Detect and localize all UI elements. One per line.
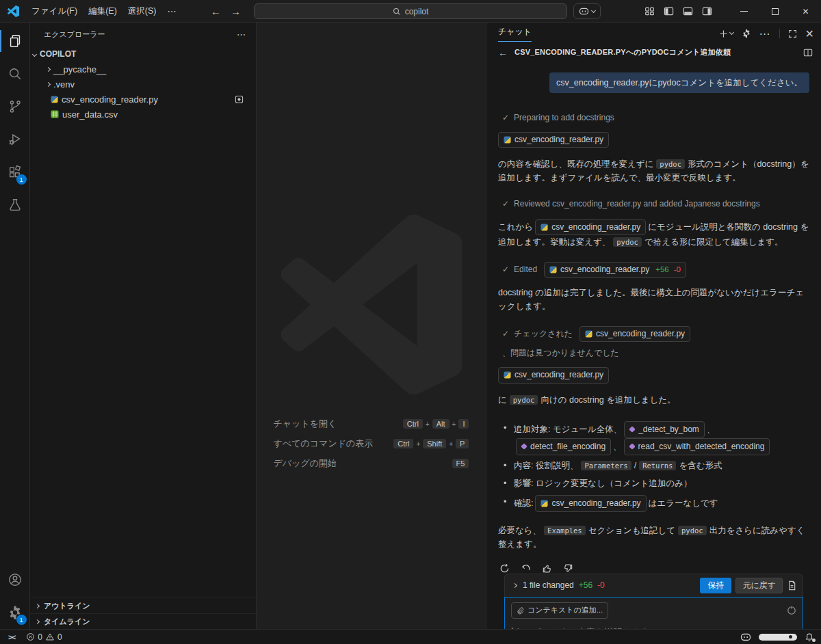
assistant-paragraph: にpydoc向けの docstring を追加しました。 <box>498 393 809 407</box>
usage-quota-icon[interactable] <box>787 606 796 615</box>
account-icon[interactable] <box>0 563 30 596</box>
new-chat-icon[interactable] <box>719 29 733 38</box>
assistant-paragraph: docstring の追加は完了しました。最後に構文上の問題がないかだけエラーチ… <box>498 286 809 313</box>
extensions-icon[interactable]: 1 <box>0 156 30 189</box>
problems-indicator[interactable]: 0 0 <box>22 632 66 642</box>
search-sidebar-icon[interactable] <box>0 57 30 90</box>
file-chip-with-diff[interactable]: csv_encoding_reader.py +56 -0 <box>544 262 686 278</box>
quota-progress-pill[interactable] <box>759 634 797 641</box>
key-chip: I <box>458 419 469 429</box>
assistant-paragraph: 必要なら、Examplesセクションも追記してpydoc出力をさらに読みやすく整… <box>498 524 809 551</box>
activity-bar: 1 1 <box>0 23 30 629</box>
csv-file-icon <box>51 110 59 118</box>
outline-panel-header[interactable]: アウトライン <box>30 598 256 613</box>
step-preparing: ✓ Preparing to add docstrings <box>502 111 809 124</box>
chat-back-icon[interactable]: ← <box>498 47 508 58</box>
undo-icon[interactable] <box>521 563 531 574</box>
rerun-icon[interactable] <box>499 563 510 574</box>
response-actions <box>499 563 809 574</box>
inline-code: pydoc <box>613 237 642 247</box>
explorer-icon[interactable] <box>0 25 30 57</box>
menu-file[interactable]: ファイル(F) <box>26 3 83 19</box>
editor-area: チャットを開く Ctrl+Alt+I すべてのコマンドの表示 Ctrl+Shif… <box>257 23 486 629</box>
toggle-panel-icon[interactable] <box>683 6 693 16</box>
user-message-bubble: csv_encoding_reader.pyにpydocコメントを追加してくださ… <box>549 72 809 93</box>
inline-code: Returns <box>639 461 676 470</box>
file-chip[interactable]: csv_encoding_reader.py <box>579 326 690 342</box>
close-window-button[interactable]: ✕ <box>790 0 821 23</box>
chat-settings-gear-icon[interactable] <box>742 29 751 38</box>
menu-selection[interactable]: 選択(S) <box>122 3 162 19</box>
thumbs-down-icon[interactable] <box>563 563 573 574</box>
maximize-button[interactable] <box>759 0 790 23</box>
inline-code: pydoc <box>678 526 707 535</box>
timeline-panel-header[interactable]: タイムライン <box>30 613 256 629</box>
tree-file-csv[interactable]: user_data.csv <box>30 107 256 122</box>
method-symbol-icon <box>629 443 636 450</box>
chevron-right-icon <box>46 81 51 86</box>
search-icon <box>393 8 401 16</box>
menu-overflow[interactable]: ⋯ <box>161 4 182 18</box>
function-chip[interactable]: read_csv_with_detected_encoding <box>624 438 770 455</box>
chat-input-field[interactable]: 次にビルドする内容を説明します <box>512 626 796 629</box>
copilot-status-icon[interactable] <box>740 632 751 642</box>
chat-tab[interactable]: チャット <box>498 26 532 42</box>
keep-button[interactable]: 保持 <box>700 578 731 593</box>
summary-bullet-list: 追加対象: モジュール全体、_detect_by_bom、detect_file… <box>504 418 809 516</box>
close-panel-icon[interactable]: ✕ <box>805 27 814 40</box>
file-chip[interactable]: csv_encoding_reader.py <box>498 132 609 148</box>
copilot-menu-button[interactable] <box>573 3 601 19</box>
tree-folder-pycache[interactable]: __pycache__ <box>30 62 256 77</box>
settings-gear-icon[interactable]: 1 <box>0 596 30 629</box>
assistant-paragraph: これからcsv_encoding_reader.pyにモジュール説明と各関数の … <box>498 219 809 249</box>
file-chip[interactable]: csv_encoding_reader.py <box>498 367 609 383</box>
maximize-panel-icon[interactable] <box>788 29 797 38</box>
view-changes-icon[interactable] <box>787 580 797 591</box>
remote-indicator-icon[interactable]: >< <box>0 633 22 641</box>
source-control-icon[interactable] <box>0 90 30 123</box>
vscode-logo-icon <box>8 5 19 17</box>
bullet-item: 追加対象: モジュール全体、_detect_by_bom、detect_file… <box>504 421 809 455</box>
extensions-badge: 1 <box>16 174 27 185</box>
toggle-secondary-sidebar-icon[interactable] <box>702 6 712 16</box>
menu-edit[interactable]: 編集(E) <box>83 3 122 19</box>
method-symbol-icon <box>629 426 636 433</box>
function-chip[interactable]: detect_file_encoding <box>516 438 611 455</box>
diff-removed: -0 <box>597 579 605 592</box>
changed-files-bar[interactable]: 1 file changed +56 -0 保持 元に戻す <box>504 574 803 597</box>
input-placeholder: 次にビルドする内容を説明します <box>514 626 649 629</box>
customize-layout-icon[interactable] <box>644 6 655 16</box>
tree-root-copilot[interactable]: COPILOT <box>30 46 256 62</box>
python-file-icon <box>585 330 592 338</box>
nav-forward-icon[interactable]: → <box>231 5 241 17</box>
explorer-actions-icon[interactable]: ⋯ <box>237 29 246 40</box>
bullet-item: 確認:csv_encoding_reader.pyはエラーなしです <box>504 495 809 512</box>
add-context-chip[interactable]: コンテキストの追加... <box>511 602 608 619</box>
nav-back-icon[interactable]: ← <box>211 5 221 17</box>
testing-icon[interactable] <box>0 189 30 222</box>
file-chip[interactable]: csv_encoding_reader.py <box>535 495 646 512</box>
status-bar: >< 0 0 <box>0 629 821 644</box>
revert-button[interactable]: 元に戻す <box>735 578 783 593</box>
open-session-in-editor-icon[interactable] <box>803 48 813 57</box>
tree-file-python[interactable]: csv_encoding_reader.py <box>30 92 256 107</box>
command-center-search[interactable]: copilot <box>254 3 567 19</box>
diff-removed: -0 <box>674 263 681 276</box>
toggle-primary-sidebar-icon[interactable] <box>664 6 674 16</box>
notifications-bell-icon[interactable] <box>805 632 814 642</box>
tree-folder-venv[interactable]: .venv <box>30 77 256 92</box>
file-chip[interactable]: csv_encoding_reader.py <box>535 219 646 235</box>
diff-added: +56 <box>655 263 669 276</box>
chat-input-box[interactable]: コンテキストの追加... 次にビルドする内容を説明します <box>504 597 803 629</box>
chat-more-actions-icon[interactable]: ⋯ <box>759 27 771 40</box>
chevron-right-icon <box>35 603 40 608</box>
run-debug-icon[interactable] <box>0 123 30 156</box>
function-chip[interactable]: _detect_by_bom <box>624 421 705 438</box>
python-file-icon <box>51 96 58 103</box>
thumbs-up-icon[interactable] <box>542 563 552 574</box>
check-icon: ✓ <box>502 198 509 211</box>
step-reviewed: ✓ Reviewed csv_encoding_reader.py and ad… <box>502 198 809 211</box>
chevron-down-icon <box>591 8 596 12</box>
minimize-button[interactable] <box>729 0 759 23</box>
inline-code: pydoc <box>656 159 685 169</box>
